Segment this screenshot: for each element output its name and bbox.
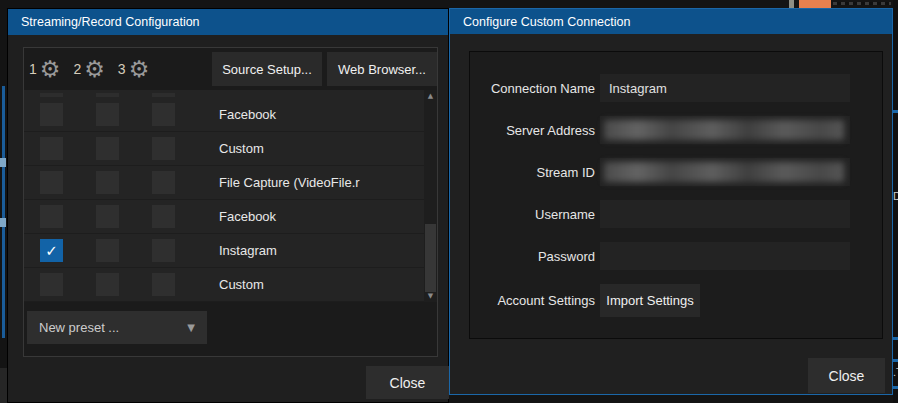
gear-icon[interactable]: ⚙ bbox=[84, 58, 105, 81]
preset-slot[interactable]: 2 ⚙ bbox=[73, 58, 117, 81]
background-blue-tick bbox=[893, 337, 898, 340]
preset-list-scrollbar[interactable]: ▲ ▼ bbox=[424, 90, 437, 302]
preset-row-name: Facebook bbox=[219, 107, 276, 122]
preset-row[interactable]: File Capture (VideoFile.r bbox=[24, 166, 437, 200]
connection-field-row: Server Address bbox=[470, 116, 882, 144]
preset-row-name: File Capture (VideoFile.r bbox=[219, 175, 360, 190]
new-preset-dropdown-label: New preset ... bbox=[39, 320, 187, 335]
preset-checkbox-2[interactable] bbox=[96, 205, 119, 228]
field-input[interactable] bbox=[600, 158, 850, 186]
configure-custom-connection-dialog: Configure Custom Connection Connection N… bbox=[449, 8, 893, 395]
chevron-down-icon: ▼ bbox=[187, 322, 195, 333]
preset-row[interactable]: Facebook bbox=[24, 200, 437, 234]
preset-checkbox-3[interactable] bbox=[152, 239, 175, 262]
background-dotted-fragment bbox=[833, 2, 891, 5]
left-dialog-titlebar[interactable]: Streaming/Record Configuration bbox=[8, 9, 448, 35]
field-label: Password bbox=[470, 249, 595, 264]
account-settings-label: Account Settings bbox=[470, 293, 595, 308]
field-input[interactable]: Instagram bbox=[600, 74, 850, 102]
left-close-button[interactable]: Close bbox=[366, 366, 449, 399]
background-tick-fragment bbox=[789, 0, 794, 8]
preset-checkbox-3[interactable] bbox=[152, 273, 175, 296]
checkbox-fragment bbox=[40, 93, 63, 97]
preset-checkbox-1[interactable] bbox=[40, 137, 63, 160]
connection-field-row: Connection Name Instagram bbox=[470, 74, 882, 102]
background-tick-fragment bbox=[0, 218, 6, 227]
field-label: Stream ID bbox=[470, 165, 595, 180]
preset-checkbox-3[interactable] bbox=[152, 103, 175, 126]
background-text-fragment: D bbox=[893, 190, 898, 202]
scrolled-row-fragment bbox=[24, 90, 437, 98]
gear-icon[interactable]: ⚙ bbox=[129, 58, 150, 81]
preset-row[interactable]: ✓ Instagram bbox=[24, 234, 437, 268]
screen: D .T Streaming/Record Configuration 1 ⚙ … bbox=[0, 0, 898, 403]
preset-slot-number: 2 bbox=[73, 61, 81, 77]
preset-row-name: Custom bbox=[219, 141, 264, 156]
background-tick-fragment bbox=[0, 158, 6, 167]
preset-panel: 1 ⚙ 2 ⚙ 3 ⚙ Source Setup... Web Browser.… bbox=[23, 47, 438, 357]
right-dialog-titlebar[interactable]: Configure Custom Connection bbox=[450, 9, 892, 34]
background-text-fragment: .T bbox=[893, 366, 898, 378]
streaming-record-configuration-dialog: Streaming/Record Configuration 1 ⚙ 2 ⚙ 3… bbox=[7, 8, 449, 403]
preset-row[interactable]: Custom bbox=[24, 132, 437, 166]
background-window-border-fragment bbox=[2, 86, 5, 338]
preset-checkbox-1[interactable] bbox=[40, 171, 63, 194]
background-orange-fragment bbox=[799, 0, 831, 8]
preset-row-name: Custom bbox=[219, 277, 264, 292]
import-settings-button[interactable]: Import Settings bbox=[600, 284, 700, 317]
preset-checkbox-2[interactable] bbox=[96, 273, 119, 296]
field-label: Connection Name bbox=[470, 81, 595, 96]
preset-list[interactable]: Facebook Custom File Capture (VideoFile.… bbox=[24, 90, 437, 302]
preset-slot-number: 3 bbox=[118, 61, 126, 77]
preset-row-name: Facebook bbox=[219, 209, 276, 224]
preset-checkbox-2[interactable] bbox=[96, 103, 119, 126]
connection-field-row: Stream ID bbox=[470, 158, 882, 186]
checkbox-fragment bbox=[96, 93, 119, 97]
right-dialog-title: Configure Custom Connection bbox=[463, 15, 630, 29]
preset-slot[interactable]: 1 ⚙ bbox=[29, 58, 73, 81]
field-input[interactable] bbox=[600, 200, 850, 228]
preset-row[interactable]: Custom bbox=[24, 268, 437, 302]
preset-slot-number: 1 bbox=[29, 61, 37, 77]
preset-checkbox-1[interactable] bbox=[40, 103, 63, 126]
preset-checkbox-3[interactable] bbox=[152, 137, 175, 160]
account-settings-row: Account Settings Import Settings bbox=[470, 284, 882, 317]
web-browser-button[interactable]: Web Browser... bbox=[327, 52, 437, 86]
connection-form-panel: Connection Name Instagram Server Address… bbox=[469, 51, 883, 339]
connection-field-row: Username bbox=[470, 200, 882, 228]
right-close-button[interactable]: Close bbox=[808, 358, 885, 393]
source-setup-button[interactable]: Source Setup... bbox=[212, 52, 322, 86]
field-input[interactable] bbox=[600, 116, 850, 144]
field-input[interactable] bbox=[600, 242, 850, 270]
new-preset-dropdown[interactable]: New preset ... ▼ bbox=[27, 311, 207, 344]
preset-row-name: Instagram bbox=[219, 243, 277, 258]
background-blue-tick bbox=[893, 110, 898, 113]
connection-fields: Connection Name Instagram Server Address… bbox=[470, 74, 882, 270]
preset-checkbox-3[interactable] bbox=[152, 171, 175, 194]
preset-checkbox-1[interactable] bbox=[40, 205, 63, 228]
scroll-down-icon[interactable]: ▼ bbox=[424, 290, 437, 302]
preset-row[interactable]: Facebook bbox=[24, 98, 437, 132]
background-blue-tick bbox=[893, 386, 898, 389]
field-label: Server Address bbox=[470, 123, 595, 138]
preset-checkbox-1[interactable] bbox=[40, 273, 63, 296]
preset-list-rows: Facebook Custom File Capture (VideoFile.… bbox=[24, 98, 437, 302]
preset-footer: New preset ... ▼ bbox=[24, 302, 437, 358]
preset-checkbox-2[interactable] bbox=[96, 137, 119, 160]
preset-checkbox-3[interactable] bbox=[152, 205, 175, 228]
background-right-edge-strip: D .T bbox=[893, 0, 898, 403]
field-label: Username bbox=[470, 207, 595, 222]
preset-header-buttons: Source Setup... Web Browser... bbox=[207, 52, 437, 86]
field-value: Instagram bbox=[609, 81, 667, 96]
preset-slot[interactable]: 3 ⚙ bbox=[118, 58, 162, 81]
scrollbar-thumb[interactable] bbox=[425, 224, 436, 292]
background-blue-tick bbox=[893, 359, 898, 362]
preset-checkbox-1[interactable]: ✓ bbox=[40, 239, 63, 262]
checkbox-fragment bbox=[152, 93, 175, 97]
gear-icon[interactable]: ⚙ bbox=[40, 58, 61, 81]
left-dialog-title: Streaming/Record Configuration bbox=[21, 15, 200, 29]
scroll-up-icon[interactable]: ▲ bbox=[424, 90, 437, 102]
connection-field-row: Password bbox=[470, 242, 882, 270]
preset-checkbox-2[interactable] bbox=[96, 171, 119, 194]
preset-checkbox-2[interactable] bbox=[96, 239, 119, 262]
